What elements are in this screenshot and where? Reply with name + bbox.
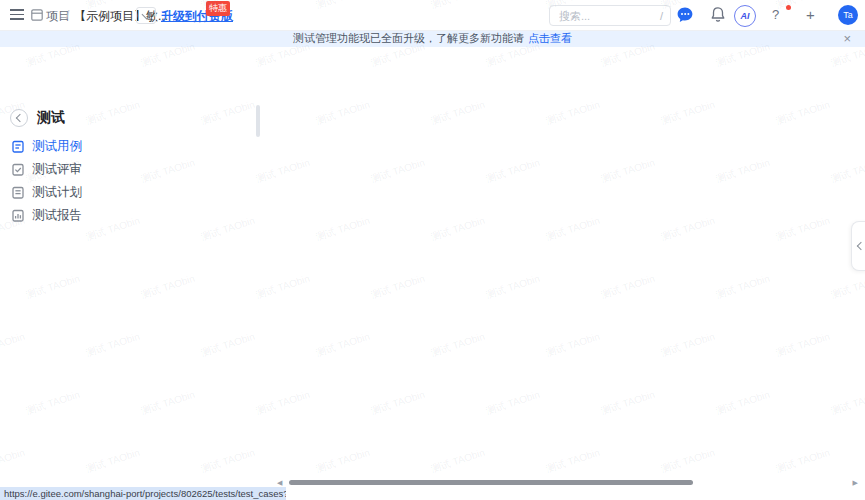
test-report-icon (12, 209, 24, 222)
chevron-down-icon (141, 9, 151, 19)
modules-scrollbar-thumb[interactable] (256, 105, 260, 137)
banner-close-icon[interactable]: × (843, 31, 851, 46)
scroll-left-arrow-icon[interactable]: ◀ (277, 479, 282, 487)
test-review-icon (12, 163, 24, 176)
sidebar-item-test-review[interactable]: 测试评审 (0, 158, 126, 181)
global-search[interactable]: / (549, 5, 671, 26)
sidebar-item-label: 测试评审 (32, 161, 82, 178)
hamburger-icon[interactable] (10, 9, 24, 20)
sidebar-item-test-report[interactable]: 测试报告 (0, 204, 126, 227)
promo-badge: 特惠 (206, 1, 230, 16)
main-panel (263, 47, 865, 500)
top-bar: 项目 / 【示例项目】敏... 升级到付费版 特惠 / AI ? + Ta (0, 0, 865, 31)
breadcrumb-separator: / (66, 8, 69, 22)
sidebar-item-test-cases[interactable]: 测试用例 (0, 135, 126, 158)
project-board-icon (31, 9, 43, 21)
help-icon[interactable]: ? (772, 7, 779, 22)
horizontal-scrollbar[interactable]: ◀ ▶ (277, 479, 858, 487)
notifications-bell-icon[interactable] (710, 6, 726, 23)
upgrade-banner: 测试管理功能现已全面升级，了解更多新功能请 点击查看 × (0, 30, 865, 47)
ai-assistant-button[interactable]: AI (734, 5, 756, 27)
link-preview-statusbar: https://e.gitee.com/shanghai-port/projec… (0, 487, 286, 500)
scroll-right-arrow-icon[interactable]: ▶ (853, 479, 858, 487)
search-shortcut-hint: / (660, 10, 663, 22)
detail-panel-expand-handle[interactable] (851, 221, 865, 271)
test-plan-icon (12, 186, 24, 199)
back-circle-icon[interactable] (10, 109, 28, 127)
test-sidebar: 测试 测试用例 测试评审 测试计划 测试报告 (0, 47, 127, 500)
sidebar-back[interactable]: 测试 (10, 109, 65, 127)
app-window: 项目 / 【示例项目】敏... 升级到付费版 特惠 / AI ? + Ta 测试… (0, 0, 865, 500)
modules-panel (126, 47, 264, 500)
sidebar-item-label: 测试计划 (32, 184, 82, 201)
global-search-input[interactable] (557, 9, 639, 23)
sidebar-item-label: 测试用例 (32, 138, 82, 155)
sidebar-item-test-plan[interactable]: 测试计划 (0, 181, 126, 204)
feedback-chat-icon[interactable] (676, 6, 694, 24)
sidebar-title: 测试 (37, 109, 65, 127)
test-cases-icon (12, 140, 24, 153)
help-notification-dot (786, 5, 791, 10)
banner-link[interactable]: 点击查看 (528, 31, 572, 46)
user-avatar[interactable]: Ta (838, 5, 858, 25)
create-new-icon[interactable]: + (806, 6, 815, 23)
chevron-left-icon (857, 242, 865, 250)
project-switcher-dropdown[interactable] (136, 7, 156, 24)
sidebar-item-label: 测试报告 (32, 207, 82, 224)
horizontal-scrollbar-thumb[interactable] (289, 480, 693, 485)
banner-message: 测试管理功能现已全面升级，了解更多新功能请 (293, 31, 524, 46)
